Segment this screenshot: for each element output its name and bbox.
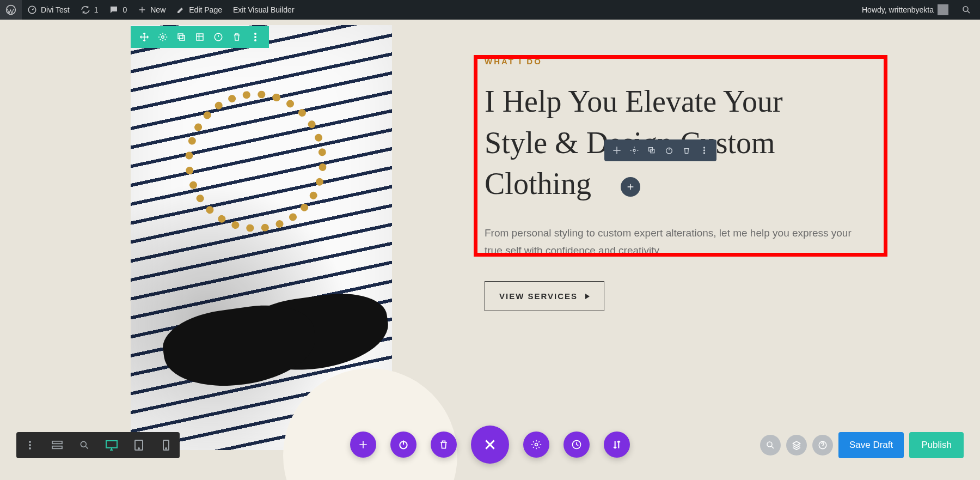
body-text[interactable]: From personal styling to custom expert a… [485,224,860,260]
module-toolbar [604,139,716,161]
text-column: WHAT I DO I Help You Elevate Your Style … [485,57,860,311]
view-toolbar [16,432,180,458]
desktop-view-icon[interactable] [98,432,125,458]
page-canvas: WHAT I DO I Help You Elevate Your Style … [0,20,980,480]
builder-center-actions [350,426,630,464]
gear-icon[interactable] [155,29,171,45]
help-button[interactable] [812,435,833,455]
svg-rect-22 [52,446,62,449]
updates-link[interactable]: 1 [75,0,104,20]
pencil-icon [176,5,185,14]
comment-icon [109,5,119,15]
svg-point-32 [767,442,772,447]
more-icon[interactable] [247,29,264,45]
svg-point-8 [254,33,256,35]
svg-point-20 [29,447,31,449]
move-icon[interactable] [136,29,152,45]
save-library-icon[interactable] [192,29,208,45]
add-module-button[interactable] [621,177,640,197]
history-button[interactable] [564,432,590,458]
find-replace-button[interactable] [760,435,781,455]
delete-icon[interactable] [679,143,694,157]
sort-button[interactable] [604,432,630,458]
more-menu-icon[interactable] [16,432,44,458]
svg-point-10 [254,39,256,41]
triangle-right-icon [585,294,590,299]
wordpress-icon [5,4,16,15]
power-button[interactable] [390,432,416,458]
zoom-icon[interactable] [71,432,98,458]
gear-icon[interactable] [627,143,641,157]
site-name: Divi Test [41,5,70,14]
svg-point-15 [703,147,705,148]
svg-point-23 [81,441,86,447]
site-link[interactable]: Divi Test [22,0,75,20]
delete-icon[interactable] [229,29,245,45]
duplicate-icon[interactable] [645,143,659,157]
save-draft-button[interactable]: Save Draft [838,432,904,458]
jewelry-graphic [167,72,345,251]
svg-point-19 [29,444,31,446]
svg-point-11 [633,149,635,151]
exit-vb-label: Exit Visual Builder [233,5,295,14]
comments-count: 0 [122,5,127,14]
wp-admin-bar: Divi Test 1 0 New Edit Page [0,0,980,20]
builder-right-actions: Save Draft Publish [760,432,964,458]
svg-rect-21 [52,441,62,444]
updates-count: 1 [94,5,99,14]
layers-button[interactable] [786,435,807,455]
dashboard-icon [27,5,37,15]
cta-label: VIEW SERVICES [499,291,578,301]
headline-line3: Clothing [485,167,591,200]
svg-rect-5 [180,35,185,40]
new-label: New [150,5,166,14]
svg-point-30 [535,443,538,446]
wireframe-view-icon[interactable] [44,432,71,458]
svg-rect-6 [197,34,203,40]
comments-link[interactable]: 0 [103,0,132,20]
svg-point-28 [166,448,167,449]
edit-page-label: Edit Page [189,5,222,14]
avatar [938,4,948,15]
sunglasses-graphic [159,298,321,395]
lock-icon[interactable] [210,29,226,45]
publish-button[interactable]: Publish [909,432,964,458]
search-toggle[interactable] [958,0,975,20]
plus-icon [138,5,146,14]
wp-logo[interactable] [0,0,22,20]
eyebrow-text[interactable]: WHAT I DO [485,57,860,66]
more-icon[interactable] [697,143,711,157]
search-icon [961,5,971,15]
edit-page-link[interactable]: Edit Page [171,0,228,20]
howdy-user[interactable]: Howdy, writtenbyekta [856,0,954,20]
move-icon[interactable] [610,143,624,157]
svg-point-26 [138,448,139,449]
tablet-view-icon[interactable] [125,432,152,458]
close-builder-button[interactable] [471,426,509,464]
svg-point-9 [254,36,256,38]
headline-line1: I Help You Elevate Your [485,84,783,118]
clear-layout-button[interactable] [431,432,457,458]
svg-rect-4 [178,34,183,39]
phone-view-icon[interactable] [152,432,180,458]
refresh-icon [81,5,90,15]
power-icon[interactable] [662,143,676,157]
svg-point-2 [963,7,968,11]
svg-point-18 [29,441,31,443]
view-services-button[interactable]: VIEW SERVICES [485,281,604,311]
duplicate-icon[interactable] [173,29,189,45]
svg-point-17 [703,152,705,154]
page-settings-button[interactable] [523,432,549,458]
howdy-label: Howdy, writtenbyekta [862,5,934,14]
add-section-button[interactable] [350,432,376,458]
row-toolbar [131,26,269,48]
svg-point-16 [703,149,705,151]
new-link[interactable]: New [132,0,171,20]
svg-rect-24 [106,441,117,448]
exit-visual-builder[interactable]: Exit Visual Builder [228,0,300,20]
svg-point-3 [162,36,164,39]
